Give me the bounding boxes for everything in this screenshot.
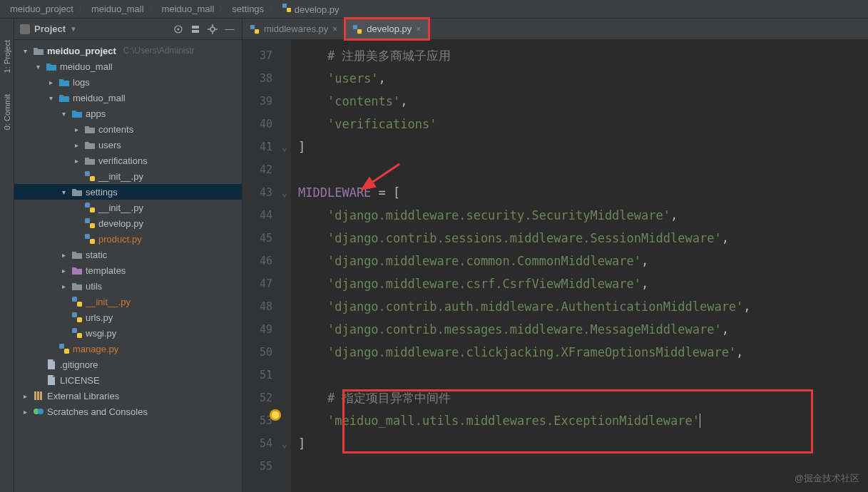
tree-row[interactable]: ▸contents [14,121,242,137]
tree-row[interactable]: ▸Scratches and Consoles [14,404,242,419]
breadcrumb-item[interactable]: develop.py [279,3,342,15]
tree-row[interactable]: ·manage.py [14,341,242,357]
line-number: 37 [242,44,272,67]
code-view[interactable]: 37383940414243444546474849505152535455 ⌄… [242,40,868,492]
code-line[interactable] [298,158,868,181]
tree-icon [84,139,96,150]
python-file-icon [250,24,260,34]
code-line[interactable]: ] [298,135,868,158]
code-line[interactable] [298,364,868,386]
tree-row[interactable]: ▸templates [14,262,242,278]
code-token: ] [298,140,305,154]
code-token: , [641,277,648,291]
code-line[interactable]: 'django.middleware.csrf.CsrfViewMiddlewa… [298,272,868,295]
chevron-right-icon[interactable]: ▸ [71,157,81,165]
fold-marker-icon[interactable]: ⌄ [278,135,291,158]
tree-row[interactable]: ▾settings [14,184,242,200]
locate-button[interactable] [172,23,185,36]
tree-row[interactable]: ·urls.py [14,309,242,325]
tree-icon [84,123,96,135]
code-token [298,254,327,268]
chevron-right-icon[interactable]: ▸ [46,78,56,86]
tree-row[interactable]: ▾meiduo_projectC:\Users\Administr [14,43,242,58]
tree-row[interactable]: ▸verifications [14,153,242,168]
tree-row[interactable]: ▾meiduo_mall [14,90,242,106]
tree-icon [84,233,96,245]
tree-label: __init__.py [98,171,143,182]
tree-row[interactable]: ·LICENSE [14,372,242,388]
breadcrumb-item[interactable]: meiduo_mall [159,4,218,14]
editor-tab[interactable]: middlewares.py× [242,19,345,39]
chevron-right-icon[interactable]: ▸ [20,392,30,400]
code-line[interactable]: 'users', [298,67,868,90]
chevron-down-icon[interactable]: ▾ [33,63,43,71]
code-line[interactable]: 'django.middleware.common.CommonMiddlewa… [298,250,868,272]
tree-icon [71,312,83,323]
tree-row[interactable]: ·product.py [14,231,242,247]
tree-row[interactable]: ▸static [14,247,242,262]
code-line[interactable]: 'django.middleware.security.SecurityMidd… [298,204,868,227]
close-icon[interactable]: × [416,24,421,34]
settings-button[interactable] [206,23,219,36]
code-line[interactable]: 'django.middleware.clickjacking.XFrameOp… [298,341,868,364]
tree-row[interactable]: ·develop.py [14,215,242,231]
breadcrumb-item[interactable]: settings [229,4,267,14]
code-token [298,345,327,359]
tab-label: develop.py [367,24,412,34]
tree-icon [46,359,57,370]
fold-marker-icon[interactable]: ⌄ [278,181,291,204]
code-line[interactable]: 'django.contrib.messages.middleware.Mess… [298,318,868,341]
chevron-right-icon[interactable]: ▸ [71,141,81,149]
code-line[interactable]: # 指定项目异常中间件 [298,386,868,409]
close-icon[interactable]: × [332,24,337,34]
tree-row[interactable]: ·.gitignore [14,357,242,372]
code-line[interactable]: ] [298,432,868,455]
chevron-down-icon[interactable]: ▼ [70,25,77,33]
code-token: , [400,94,407,108]
hide-button[interactable]: — [223,23,236,36]
editor-tab[interactable]: develop.py× [345,19,429,39]
tree-row[interactable]: ▾apps [14,106,242,121]
expand-all-button[interactable] [189,23,202,36]
chevron-down-icon[interactable]: ▾ [46,94,56,102]
code-line[interactable]: 'django.contrib.sessions.middleware.Sess… [298,227,868,250]
tree-row[interactable]: ·__init__.py [14,168,242,184]
chevron-down-icon[interactable]: ▾ [20,47,30,55]
chevron-right-icon[interactable]: ▸ [58,282,68,290]
tree-row[interactable]: ·__init__.py [14,200,242,215]
tree-row[interactable]: ·__init__.py [14,294,242,309]
tree-row[interactable]: ▸users [14,137,242,153]
code-line[interactable]: 'verifications' [298,113,868,135]
tree-row[interactable]: ▸utils [14,278,242,294]
intention-bulb-icon[interactable] [270,409,281,421]
svg-rect-36 [357,29,362,34]
breadcrumb-sep: 〉 [217,3,229,16]
code-line[interactable]: 'django.contrib.auth.middleware.Authenti… [298,295,868,318]
tree-icon [71,280,83,292]
code-line[interactable] [298,455,868,478]
chevron-right-icon[interactable]: ▸ [71,125,81,133]
chevron-right-icon[interactable]: ▸ [20,408,30,416]
tree-row[interactable]: ▾meiduo_mall [14,58,242,74]
tree-label: product.py [98,234,142,245]
code-editor[interactable]: # 注册美多商城子应用 'users', 'contents', 'verifi… [291,40,868,492]
fold-marker-icon[interactable]: ⌄ [278,432,291,455]
line-number: 52 [242,386,272,409]
code-line[interactable]: MIDDLEWARE = [ [298,181,868,204]
code-line[interactable]: # 注册美多商城子应用 [298,44,868,67]
toolwindow-commit-tab[interactable]: 0: Commit [3,94,11,130]
code-line[interactable]: 'meiduo_mall.utils.middlewares.Exception… [298,409,868,432]
chevron-down-icon[interactable]: ▾ [58,188,68,196]
tree-row[interactable]: ▸External Libraries [14,388,242,404]
fold-gutter[interactable]: ⌄⌄⌄ [278,40,291,492]
code-line[interactable]: 'contents', [298,90,868,113]
chevron-down-icon[interactable]: ▾ [58,110,68,118]
tree-row[interactable]: ·wsgi.py [14,325,242,341]
project-tree[interactable]: ▾meiduo_projectC:\Users\Administr▾meiduo… [14,40,242,492]
toolwindow-project-tab[interactable]: 1: Project [3,40,11,73]
chevron-right-icon[interactable]: ▸ [58,267,68,275]
tree-row[interactable]: ▸logs [14,74,242,90]
breadcrumb-item[interactable]: meiduo_project [7,4,76,14]
breadcrumb-item[interactable]: meiduo_mall [88,4,147,14]
chevron-right-icon[interactable]: ▸ [58,251,68,259]
